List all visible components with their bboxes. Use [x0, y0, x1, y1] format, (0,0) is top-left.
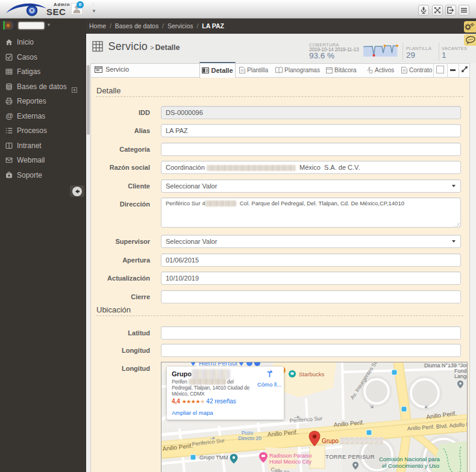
svg-text:Starbucks: Starbucks	[299, 371, 324, 377]
svg-text:Comisión Nacional para: Comisión Nacional para	[379, 456, 440, 462]
svg-text:Grupo TMM: Grupo TMM	[199, 455, 228, 461]
svg-text:TORRE PERISUR: TORRE PERISUR	[325, 453, 375, 460]
svg-text:Radisson Paraiso: Radisson Paraiso	[269, 453, 312, 459]
svg-text:Directo 20: Directo 20	[238, 435, 261, 441]
svg-text:Grupo: Grupo	[322, 438, 339, 444]
svg-text:el Conocimiento y Uso: el Conocimiento y Uso	[382, 462, 439, 469]
svg-text:Hierro Perisur: Hierro Perisur	[199, 362, 238, 367]
svg-text:Hotel Mexico City: Hotel Mexico City	[269, 459, 312, 465]
svg-text:R: R	[31, 8, 34, 13]
svg-text:Langd: Langd	[454, 373, 468, 379]
